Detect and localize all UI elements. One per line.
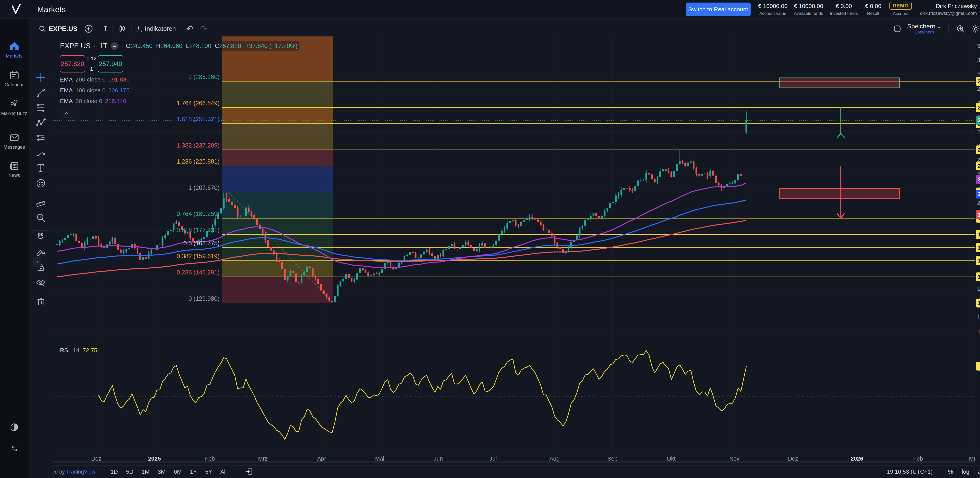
sidebar-item-markets[interactable]: Markets bbox=[0, 41, 29, 59]
sidebar-item-messages[interactable]: Messages bbox=[0, 132, 29, 150]
interval-button[interactable]: T bbox=[103, 25, 107, 32]
quick-search-icon[interactable] bbox=[956, 24, 965, 33]
stat-label: Invested funds bbox=[828, 11, 859, 16]
percent-scale-toggle[interactable]: % bbox=[944, 468, 958, 475]
range-button-5d[interactable]: 5D bbox=[122, 468, 137, 475]
log-scale-toggle[interactable]: log bbox=[958, 468, 974, 475]
rsi-pane[interactable] bbox=[53, 342, 975, 451]
pane-separator[interactable] bbox=[53, 341, 975, 342]
price-tick-label: 300.000 bbox=[977, 57, 980, 63]
chevron-right-icon bbox=[35, 260, 40, 264]
brush-tool[interactable] bbox=[36, 148, 46, 159]
time-axis[interactable]: Dez2025FebMrzAprMaiJunJulAugSepOktNovDez… bbox=[53, 451, 975, 465]
compare-add-button[interactable] bbox=[84, 24, 93, 33]
goto-date-icon[interactable] bbox=[245, 467, 253, 476]
sidebar-item-news[interactable]: News bbox=[0, 160, 29, 178]
redo-icon[interactable]: ↷ bbox=[200, 24, 207, 34]
price-label-chip: 168.775 bbox=[976, 243, 980, 252]
range-button-1m[interactable]: 1M bbox=[137, 468, 153, 475]
price-label-chip: 257.820 bbox=[976, 116, 980, 125]
price-label-chip: 216.440 bbox=[976, 175, 980, 184]
indicators-button[interactable]: ƒx Indikatoren bbox=[137, 24, 176, 33]
save-label: Speichern bbox=[907, 23, 935, 30]
ema-legend-row[interactable]: EMA50 close 0216.440 bbox=[60, 97, 128, 105]
emoji-tool[interactable] bbox=[36, 178, 46, 189]
legend-collapse-button[interactable] bbox=[60, 109, 73, 118]
undo-icon[interactable]: ↶ bbox=[186, 24, 194, 34]
range-button-1d[interactable]: 1D bbox=[107, 468, 122, 475]
price-tick-label: 140.000 bbox=[977, 286, 980, 292]
switch-to-real-account-button[interactable]: Switch to Real account bbox=[686, 3, 751, 16]
price-tick-label: 200.000 bbox=[977, 200, 980, 206]
account-stat: € 10000.00Account value bbox=[756, 0, 789, 19]
sell-button[interactable]: 257.820 bbox=[60, 55, 85, 73]
range-button-3m[interactable]: 3M bbox=[154, 468, 170, 475]
layout-checkbox-icon[interactable] bbox=[893, 25, 901, 33]
rsi-legend[interactable]: RSI 14 72.75 bbox=[60, 346, 100, 354]
ema-value: 206.175 bbox=[108, 87, 129, 94]
stat-value: € 0.00 bbox=[828, 3, 859, 10]
pattern-tool[interactable] bbox=[36, 118, 46, 129]
ema-legend-row[interactable]: EMA200 close 0191.830 bbox=[60, 76, 131, 83]
watchlist-expander-button[interactable] bbox=[33, 257, 41, 267]
ema-legend-row[interactable]: EMA100 close 0206.175 bbox=[60, 87, 131, 94]
stat-value: € 10000.00 bbox=[792, 3, 825, 10]
fib-level-label: 1.382 (237.209) bbox=[177, 142, 220, 149]
fx-icon: ƒx bbox=[137, 24, 143, 33]
hide-drawings-tool[interactable] bbox=[36, 277, 46, 288]
range-button-1y[interactable]: 1Y bbox=[186, 468, 201, 475]
symbol-search-button[interactable]: EXPE.US bbox=[38, 25, 78, 33]
price-tick-label: 290.000 bbox=[977, 71, 980, 78]
settings-sliders-button[interactable] bbox=[0, 443, 29, 454]
text-tool[interactable] bbox=[36, 163, 46, 174]
magnet-tool[interactable] bbox=[36, 232, 46, 243]
account-type-label: Account bbox=[886, 11, 915, 16]
position-tool[interactable] bbox=[36, 133, 46, 144]
stat-value: € 10000.00 bbox=[756, 3, 789, 10]
user-name: Dirk Friczewsky bbox=[920, 3, 977, 10]
range-button-all[interactable]: All bbox=[216, 468, 231, 475]
drawing-lock-tool[interactable] bbox=[36, 247, 46, 258]
sidebar-item-label: Market Buzz bbox=[0, 111, 29, 116]
crosshair-tool[interactable] bbox=[36, 73, 46, 83]
remove-drawings-tool-icon bbox=[36, 297, 46, 307]
zoom-in-tool[interactable] bbox=[36, 213, 46, 224]
legend-visibility-icon[interactable]: – bbox=[111, 42, 118, 50]
fib-retracement-tool[interactable] bbox=[36, 103, 46, 114]
clock[interactable]: 19:10:53 (UTC+1) bbox=[887, 468, 932, 475]
theme-toggle-button[interactable] bbox=[0, 422, 29, 433]
fib-level-label: 0.382 (159.619) bbox=[177, 253, 220, 260]
trendline-tool[interactable] bbox=[36, 87, 46, 98]
broker-logo-icon[interactable] bbox=[10, 3, 22, 15]
ohlc-item: C257.820 bbox=[215, 43, 241, 49]
fib-retracement-tool-icon bbox=[36, 103, 46, 113]
chart-legend: EXPE.US · 1T – O249.450H264.060L248.190C… bbox=[60, 41, 299, 118]
fib-level-label: 1.236 (225.881) bbox=[177, 158, 220, 165]
trading-app: Markets Switch to Real account € 10000.0… bbox=[0, 0, 980, 478]
range-button-6m[interactable]: 6M bbox=[170, 468, 186, 475]
spread-indicator: 0.12 1 bbox=[85, 55, 98, 73]
price-axis[interactable]: 310.000300.000290.000280.000270.000260.0… bbox=[975, 37, 980, 451]
time-scrollbar[interactable] bbox=[53, 461, 975, 463]
buy-button[interactable]: 257.940 bbox=[98, 55, 123, 73]
tradingview-link[interactable]: TradingView bbox=[66, 469, 95, 475]
save-cloud-link[interactable]: Speichern bbox=[907, 30, 942, 35]
position-tool-icon bbox=[36, 133, 46, 143]
home-icon bbox=[9, 41, 20, 52]
lot-value: 1 bbox=[90, 66, 93, 72]
chart-style-button[interactable] bbox=[118, 24, 126, 33]
save-button[interactable]: Speichern Speichern bbox=[907, 23, 942, 35]
remove-drawings-tool[interactable] bbox=[36, 297, 46, 308]
range-button-5y[interactable]: 5Y bbox=[201, 468, 216, 475]
fib-level-label: 0.618 (177.931) bbox=[177, 227, 220, 233]
sidebar-item-market-buzz[interactable]: Market Buzz bbox=[0, 98, 29, 116]
gear-icon[interactable] bbox=[971, 24, 980, 33]
user-block[interactable]: Dirk Friczewsky dirk.friczewsky@gmail.co… bbox=[920, 0, 977, 19]
auto-scale-toggle[interactable]: auto bbox=[974, 468, 980, 475]
sidebar-item-label: Messages bbox=[0, 145, 29, 150]
sidebar-item-calendar[interactable]: Calendar bbox=[0, 70, 29, 87]
range-buttons: 1D5D1M3M6M1Y5YAll bbox=[107, 468, 231, 475]
ruler-tool[interactable] bbox=[36, 197, 46, 208]
legend-symbol[interactable]: EXPE.US bbox=[60, 42, 91, 50]
axis-settings-corner[interactable] bbox=[975, 451, 980, 465]
